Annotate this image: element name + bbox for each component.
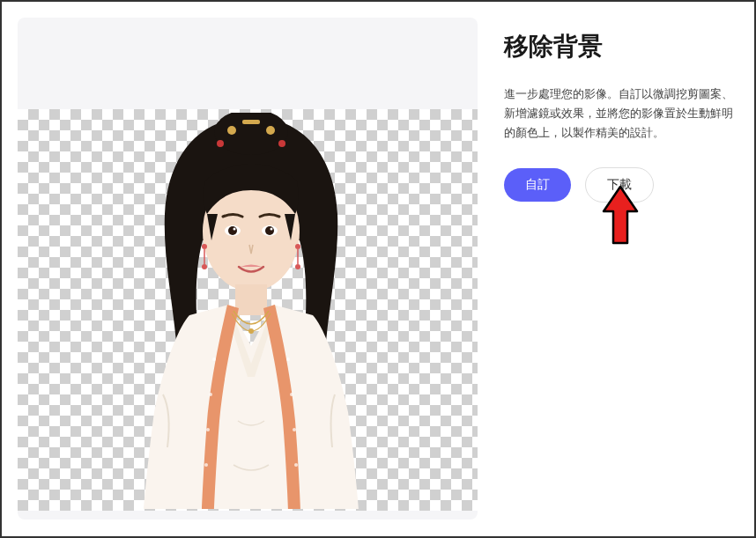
svg-point-25 [290, 393, 293, 396]
svg-point-5 [278, 140, 285, 147]
sidebar: 移除背景 進一步處理您的影像。自訂以微調挖剪圖案、新增濾鏡或效果，並將您的影像置… [504, 18, 738, 520]
svg-point-24 [286, 357, 290, 361]
svg-rect-3 [242, 120, 260, 124]
svg-point-21 [209, 393, 212, 396]
svg-point-20 [212, 357, 216, 361]
svg-point-27 [294, 463, 298, 467]
svg-point-16 [202, 264, 207, 269]
result-image [101, 113, 401, 509]
annotation-arrow-icon [602, 185, 639, 247]
svg-point-11 [265, 226, 274, 235]
svg-point-19 [295, 264, 300, 269]
svg-point-4 [217, 140, 224, 147]
svg-point-2 [266, 126, 275, 135]
page-title: 移除背景 [504, 30, 738, 63]
main-container: 移除背景 進一步處理您的影像。自訂以微調挖剪圖案、新增濾鏡或效果，並將您的影像置… [2, 2, 754, 536]
svg-point-26 [293, 428, 296, 431]
svg-point-9 [233, 228, 236, 231]
image-preview-panel [18, 18, 478, 520]
svg-point-23 [204, 463, 208, 467]
svg-point-1 [227, 126, 236, 135]
svg-rect-13 [235, 284, 267, 315]
svg-point-8 [228, 226, 237, 235]
svg-point-14 [202, 244, 207, 249]
svg-point-22 [206, 428, 210, 431]
svg-point-12 [271, 228, 273, 231]
description-text: 進一步處理您的影像。自訂以微調挖剪圖案、新增濾鏡或效果，並將您的影像置於生動鮮明… [504, 85, 738, 143]
svg-point-17 [295, 244, 300, 249]
customize-button[interactable]: 自訂 [504, 168, 571, 202]
